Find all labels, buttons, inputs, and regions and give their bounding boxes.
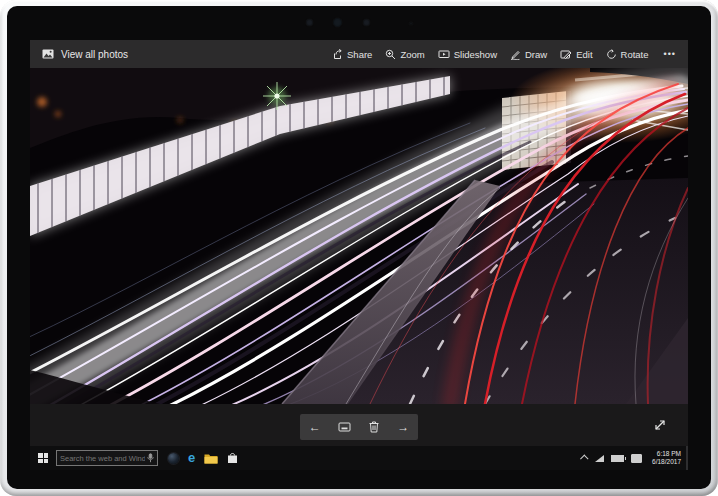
share-icon bbox=[332, 49, 343, 60]
edit-button[interactable]: Edit bbox=[560, 49, 592, 60]
draw-label: Draw bbox=[525, 49, 547, 60]
edit-icon bbox=[560, 49, 572, 60]
taskbar-search[interactable] bbox=[56, 450, 158, 466]
back-arrow-icon: ← bbox=[309, 421, 321, 433]
fullscreen-icon bbox=[653, 418, 667, 432]
draw-icon bbox=[510, 49, 521, 60]
front-sensor-dot bbox=[363, 19, 370, 26]
forward-arrow-icon: → bbox=[397, 421, 409, 433]
store-icon[interactable] bbox=[227, 452, 238, 464]
view-all-photos-label: View all photos bbox=[61, 49, 128, 60]
battery-icon[interactable] bbox=[611, 455, 624, 462]
system-tray: 6:18 PM 6/18/2017 bbox=[582, 446, 688, 470]
clock-time: 6:18 PM bbox=[657, 450, 681, 457]
draw-button[interactable]: Draw bbox=[510, 49, 547, 60]
pinned-apps: e bbox=[168, 452, 238, 465]
front-camera bbox=[333, 18, 342, 27]
slideshow-button[interactable]: Slideshow bbox=[438, 49, 497, 60]
zoom-button[interactable]: Zoom bbox=[385, 49, 424, 60]
surface-device: View all photos Share Zoom bbox=[0, 0, 718, 496]
streetlight-starburst bbox=[263, 82, 291, 110]
slideshow-label: Slideshow bbox=[454, 49, 497, 60]
trash-icon bbox=[369, 421, 379, 433]
file-explorer-icon[interactable] bbox=[204, 453, 218, 464]
share-button[interactable]: Share bbox=[332, 49, 372, 60]
rotate-button[interactable]: Rotate bbox=[606, 49, 649, 60]
photo-view[interactable] bbox=[30, 68, 688, 404]
action-center-icon[interactable] bbox=[631, 454, 642, 463]
photo-controls: ← → bbox=[300, 414, 418, 440]
photos-icon bbox=[42, 49, 54, 59]
fullscreen-button[interactable] bbox=[652, 417, 668, 433]
start-button[interactable] bbox=[30, 446, 56, 470]
share-label: Share bbox=[347, 49, 372, 60]
search-input[interactable] bbox=[60, 454, 145, 463]
zoom-label: Zoom bbox=[400, 49, 424, 60]
edit-label: Edit bbox=[576, 49, 592, 60]
photos-toolbar: Share Zoom Slideshow bbox=[332, 49, 676, 60]
filmstrip-button[interactable] bbox=[333, 416, 355, 438]
filmstrip-icon bbox=[338, 422, 351, 432]
screen: View all photos Share Zoom bbox=[30, 40, 688, 470]
front-sensor-dot bbox=[409, 22, 413, 25]
view-all-photos-button[interactable]: View all photos bbox=[42, 49, 128, 60]
microphone-icon[interactable] bbox=[147, 453, 154, 463]
night-highway-photo bbox=[30, 68, 688, 404]
rotate-icon bbox=[606, 49, 617, 60]
hidden-icons-chevron-icon[interactable] bbox=[580, 454, 588, 462]
cortana-icon[interactable] bbox=[168, 453, 179, 464]
slideshow-icon bbox=[438, 49, 450, 60]
zoom-icon bbox=[385, 49, 396, 60]
photos-titlebar: View all photos Share Zoom bbox=[30, 40, 688, 68]
network-icon[interactable] bbox=[595, 455, 604, 462]
previous-photo-button[interactable]: ← bbox=[304, 416, 326, 438]
windows-logo-icon bbox=[38, 453, 48, 463]
next-photo-button[interactable]: → bbox=[392, 416, 414, 438]
photos-bottom-bar: ← → bbox=[30, 404, 688, 446]
windows-taskbar: e 6:18 PM 6/18/2017 bbox=[30, 446, 688, 470]
clock-date: 6/18/2017 bbox=[652, 458, 681, 465]
see-more-button[interactable]: ••• bbox=[664, 49, 676, 59]
edge-icon[interactable]: e bbox=[188, 451, 195, 464]
front-sensor-dot bbox=[306, 19, 313, 26]
delete-button[interactable] bbox=[363, 416, 385, 438]
taskbar-clock[interactable]: 6:18 PM 6/18/2017 bbox=[649, 450, 684, 466]
rotate-label: Rotate bbox=[621, 49, 649, 60]
